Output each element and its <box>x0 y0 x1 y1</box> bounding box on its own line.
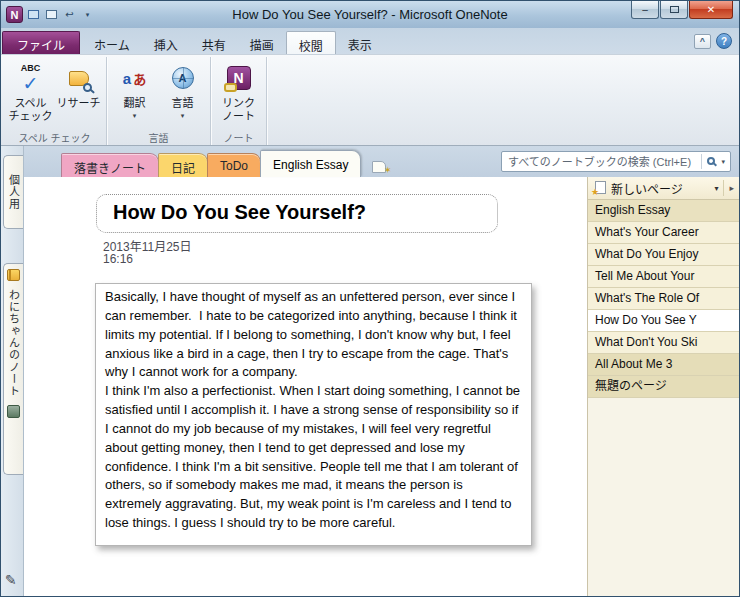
page-tab-current[interactable]: How Do You See Y <box>588 310 739 332</box>
ribbon-group-notes: N リンク ノート ノート <box>211 57 267 145</box>
notebook-search-box[interactable]: ▾ <box>501 151 731 172</box>
ribbon-tab-bar: ファイル ホーム 挿入 共有 描画 校閲 表示 ^ ? <box>1 28 739 54</box>
help-icon[interactable]: ? <box>716 33 732 49</box>
chevron-down-icon: ▾ <box>133 112 137 119</box>
page-tab[interactable]: All About Me 3 <box>588 354 739 376</box>
translate-button[interactable]: a あ 翻訳 ▾ <box>111 58 158 129</box>
notebook-tab-label: 個人用 <box>6 171 22 213</box>
tab-view[interactable]: 表示 <box>336 31 384 54</box>
group-buttons: ABC ✓ スペル チェック リサーチ <box>7 58 102 129</box>
section-tab-doodle[interactable]: 落書きノート <box>61 153 159 177</box>
new-page-button[interactable]: ★ 新しいページ ▾ ▸ <box>588 177 739 200</box>
page-tabs-panel: ★ 新しいページ ▾ ▸ English Essay What's Your C… <box>587 177 739 596</box>
window-glyph <box>46 10 57 19</box>
ribbon-group-language: a あ 翻訳 ▾ A 言語 ▾ 言語 <box>107 57 211 145</box>
translate-icon: a あ <box>111 61 158 95</box>
new-section-button[interactable]: ✶ <box>364 156 394 177</box>
ribbon: ABC ✓ スペル チェック リサーチ スペル チェック <box>1 54 739 146</box>
notebook-tab-wanichan[interactable]: わにちゃんのノート <box>3 263 23 475</box>
pencil-icon[interactable]: ✎ <box>5 572 17 588</box>
undo-icon[interactable]: ↩ <box>62 7 77 22</box>
tab-insert[interactable]: 挿入 <box>142 31 190 54</box>
research-button[interactable]: リサーチ <box>55 58 102 129</box>
main-area: How Do You See Yourself? 2013年11月25日 16:… <box>24 177 739 596</box>
maximize-icon <box>670 6 679 13</box>
ribbon-group-spelling: ABC ✓ スペル チェック リサーチ スペル チェック <box>3 57 107 145</box>
ribbon-right-controls: ^ ? <box>694 33 732 49</box>
notebook-tab-personal[interactable]: 個人用 <box>3 155 23 229</box>
search-scope-dropdown-icon[interactable]: ▾ <box>721 158 726 166</box>
search-divider <box>701 154 702 169</box>
group-label-notes: ノート <box>215 129 262 145</box>
page-time: 16:16 <box>103 252 133 266</box>
tab-draw[interactable]: 描画 <box>238 31 286 54</box>
group-buttons: a あ 翻訳 ▾ A 言語 ▾ <box>111 58 206 129</box>
research-label: リサーチ <box>57 97 101 110</box>
workspace: 個人用 わにちゃんのノート ✎ 落書きノート 日記 ToDo English E… <box>1 146 739 596</box>
titlebar: N ↩ ▾ How Do You See Yourself? - Microso… <box>1 1 739 28</box>
notebook-closed-icon <box>7 405 20 418</box>
linked-notes-icon: N <box>215 61 262 95</box>
collapse-page-tabs-icon[interactable]: ▸ <box>729 183 734 193</box>
page-tab[interactable]: Tell Me About Your <box>588 266 739 288</box>
tab-file[interactable]: ファイル <box>2 31 80 54</box>
minimize-button[interactable]: – <box>631 1 659 19</box>
page-title[interactable]: How Do You See Yourself? <box>96 194 498 233</box>
page-tab[interactable]: 無題のページ <box>588 376 739 398</box>
research-icon <box>55 61 102 95</box>
search-icon[interactable] <box>707 157 715 165</box>
language-button[interactable]: A 言語 ▾ <box>159 58 206 129</box>
new-page-dropdown-icon[interactable]: ▾ <box>714 184 718 193</box>
globe-icon: A <box>159 61 206 95</box>
window-title: How Do You See Yourself? - Microsoft One… <box>1 7 739 22</box>
tab-home[interactable]: ホーム <box>82 31 142 54</box>
onenote-window: N ↩ ▾ How Do You See Yourself? - Microso… <box>0 0 740 597</box>
page-tab[interactable]: English Essay <box>588 200 739 222</box>
dock-to-desktop-icon[interactable] <box>44 7 59 22</box>
page-canvas[interactable]: How Do You See Yourself? 2013年11月25日 16:… <box>24 177 587 596</box>
note-text-container[interactable]: Basically, I have thought of myself as a… <box>95 283 532 546</box>
group-buttons: N リンク ノート <box>215 58 262 129</box>
tab-review[interactable]: 校閲 <box>286 31 336 54</box>
linked-notes-label: リンク ノート <box>222 97 255 122</box>
spell-check-button[interactable]: ABC ✓ スペル チェック <box>7 58 54 129</box>
page-tab[interactable]: What Don't You Ski <box>588 332 739 354</box>
chevron-down-icon: ▾ <box>181 112 185 119</box>
translate-label: 翻訳 <box>124 97 146 110</box>
close-button[interactable]: ✕ <box>689 1 733 19</box>
star-icon: ✶ <box>384 166 392 175</box>
minimize-ribbon-icon[interactable]: ^ <box>694 34 711 49</box>
page-tab[interactable]: What Do You Enjoy <box>588 244 739 266</box>
section-tab-diary[interactable]: 日記 <box>158 153 208 177</box>
page-tab[interactable]: What's Your Career <box>588 222 739 244</box>
new-page-label: 新しいページ <box>611 180 683 197</box>
content-column: 落書きノート 日記 ToDo English Essay ✶ ▾ H <box>24 146 739 596</box>
window-glyph <box>28 10 39 19</box>
window-controls: – ✕ <box>630 1 733 19</box>
section-tab-english-essay[interactable]: English Essay <box>260 150 361 177</box>
linked-notes-button[interactable]: N リンク ノート <box>215 58 262 129</box>
page-tab[interactable]: What's The Role Of <box>588 288 739 310</box>
search-input[interactable] <box>508 156 698 168</box>
notebook-tab-label: わにちゃんのノート <box>6 286 22 400</box>
notebook-icon <box>7 269 20 281</box>
language-label: 言語 <box>172 97 194 110</box>
spell-check-icon: ABC ✓ <box>7 61 54 95</box>
qat-customize-arrow-icon[interactable]: ▾ <box>80 7 95 22</box>
new-page-icon: ★ <box>593 181 606 195</box>
group-label-spelling: スペル チェック <box>7 129 102 145</box>
onenote-app-icon[interactable]: N <box>6 6 23 23</box>
spell-check-label: スペル チェック <box>9 97 53 122</box>
quick-access-toolbar: N ↩ ▾ <box>6 6 95 23</box>
star-icon: ★ <box>591 188 599 197</box>
group-label-language: 言語 <box>111 129 206 145</box>
notebook-rail: 個人用 わにちゃんのノート ✎ <box>1 146 24 596</box>
section-tab-bar: 落書きノート 日記 ToDo English Essay ✶ ▾ <box>24 146 739 177</box>
tab-share[interactable]: 共有 <box>190 31 238 54</box>
full-page-view-icon[interactable] <box>26 7 41 22</box>
maximize-button[interactable] <box>660 1 688 19</box>
page-tabs-panel-background <box>588 398 739 596</box>
section-tab-todo[interactable]: ToDo <box>207 153 261 177</box>
